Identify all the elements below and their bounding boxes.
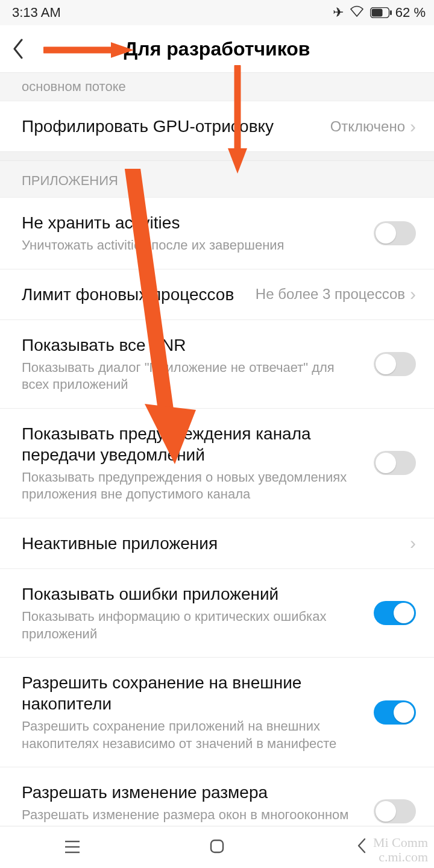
- toggle-external[interactable]: [374, 700, 416, 725]
- row-title: Не хранить activities: [22, 212, 364, 233]
- row-bg-process-limit[interactable]: Лимит фоновых процессов Не более 3 проце…: [0, 269, 434, 320]
- nav-home-button[interactable]: [181, 837, 253, 858]
- svg-rect-1: [371, 9, 382, 17]
- header: Для разработчиков: [0, 25, 434, 72]
- row-title: Лимит фоновых процессов: [22, 284, 246, 305]
- row-allow-external[interactable]: Разрешить сохранение на внешние накопите…: [0, 658, 434, 767]
- section-header-prev: основном потоке: [0, 72, 434, 101]
- section-gap: [0, 152, 434, 160]
- row-title: Разрешать изменение размера: [22, 782, 364, 803]
- row-inactive-apps[interactable]: Неактивные приложения ›: [0, 518, 434, 569]
- toggle-no-keep[interactable]: [374, 221, 416, 245]
- section-header-apps: ПРИЛОЖЕНИЯ: [0, 160, 434, 198]
- airplane-icon: ✈: [333, 5, 344, 20]
- row-value: Не более 3 процессов: [256, 286, 405, 303]
- row-no-keep-activities[interactable]: Не хранить activities Уничтожать activit…: [0, 198, 434, 269]
- row-title: Показывать предупреждения канала передач…: [22, 423, 364, 465]
- chevron-right-icon: ›: [410, 284, 416, 304]
- row-title: Неактивные приложения: [22, 533, 400, 554]
- toggle-resize[interactable]: [374, 799, 416, 823]
- row-show-all-anr[interactable]: Показывать все ANR Показывать диалог "Пр…: [0, 320, 434, 409]
- status-right: ✈ 62 %: [333, 5, 426, 20]
- row-notif-channel-warn[interactable]: Показывать предупреждения канала передач…: [0, 409, 434, 518]
- toggle-anr[interactable]: [374, 352, 416, 376]
- toggle-notif-warn[interactable]: [374, 451, 416, 475]
- android-navbar: [0, 826, 434, 868]
- row-title: Разрешить сохранение на внешние накопите…: [22, 672, 364, 714]
- row-sub: Показывать информацию о критических ошиб…: [22, 608, 364, 643]
- row-value: Отключено: [330, 118, 405, 135]
- svg-rect-2: [390, 10, 392, 15]
- row-show-app-errors[interactable]: Показывать ошибки приложений Показывать …: [0, 569, 434, 658]
- row-sub: Показывать предупреждения о новых уведом…: [22, 469, 364, 503]
- row-profile-gpu[interactable]: Профилировать GPU-отрисовку Отключено ›: [0, 101, 434, 152]
- page-title: Для разработчиков: [0, 38, 434, 60]
- row-title: Показывать ошибки приложений: [22, 583, 364, 605]
- row-sub: Разрешить сохранение приложений на внешн…: [22, 718, 364, 752]
- row-sub: Уничтожать activities после их завершени…: [22, 237, 364, 254]
- chevron-right-icon: ›: [410, 533, 416, 553]
- apps-list: Не хранить activities Уничтожать activit…: [0, 198, 434, 868]
- battery-icon: 62 %: [370, 5, 426, 20]
- nav-back-button[interactable]: [326, 837, 398, 858]
- row-title: Показывать все ANR: [22, 335, 364, 356]
- svg-rect-6: [211, 840, 223, 852]
- status-time: 3:13 AM: [12, 5, 61, 20]
- back-button[interactable]: [0, 39, 36, 59]
- status-bar: 3:13 AM ✈ 62 %: [0, 0, 434, 25]
- row-sub: Показывать диалог "Приложение не отвечае…: [22, 359, 364, 394]
- toggle-app-errors[interactable]: [374, 601, 416, 625]
- row-title: Профилировать GPU-отрисовку: [22, 116, 321, 137]
- nav-recent-button[interactable]: [36, 837, 108, 858]
- chevron-right-icon: ›: [410, 116, 416, 137]
- wifi-icon: [350, 5, 364, 20]
- battery-pct: 62 %: [395, 5, 426, 20]
